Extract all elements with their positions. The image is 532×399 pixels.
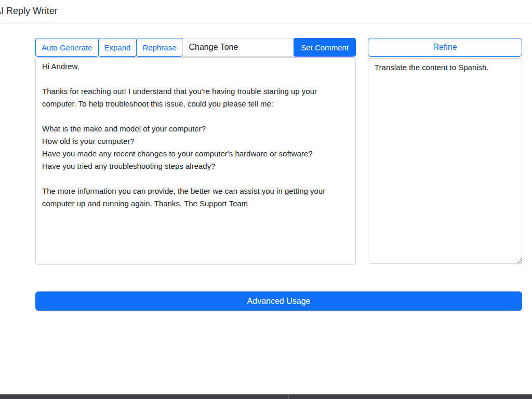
auto-generate-button[interactable]: Auto Generate <box>35 38 99 57</box>
expand-button[interactable]: Expand <box>98 38 137 57</box>
toolbar: Auto Generate Expand Rephrase Set Commen… <box>35 38 356 57</box>
header-divider <box>0 23 532 23</box>
change-tone-input[interactable] <box>182 38 295 57</box>
refine-button[interactable]: Refine <box>368 38 522 57</box>
set-comment-button[interactable]: Set Comment <box>294 38 356 57</box>
rephrase-button[interactable]: Rephrase <box>136 38 182 57</box>
taskbar-edge[interactable] <box>0 394 532 399</box>
page-title: AI Reply Writer <box>0 6 58 17</box>
refine-instruction-textarea[interactable]: Translate the content to Spanish. <box>368 58 522 264</box>
advanced-usage-button[interactable]: Advanced Usage <box>35 291 522 311</box>
taskbar-separator <box>288 395 289 399</box>
reply-editor-textarea[interactable]: Hi Andrew, Thanks for reaching out! I un… <box>35 57 356 265</box>
